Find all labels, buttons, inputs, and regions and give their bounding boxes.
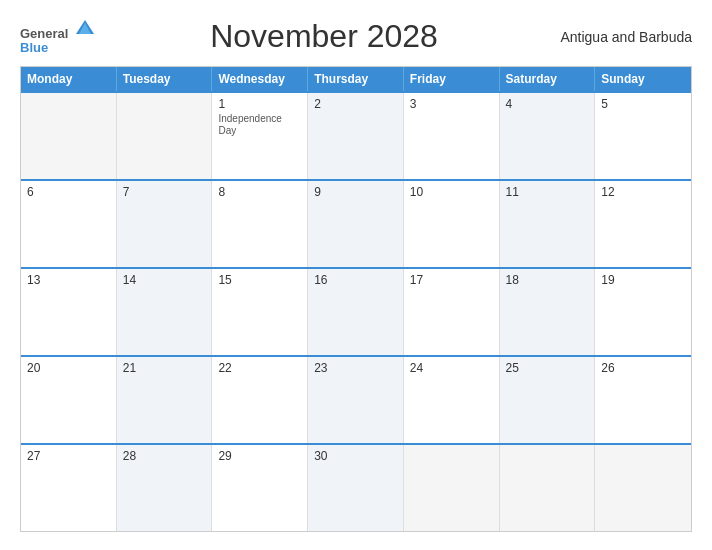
- header-sunday: Sunday: [595, 67, 691, 91]
- logo-area: General Blue: [20, 18, 96, 56]
- logo-icon: [74, 18, 96, 38]
- cal-cell-w1-d2: [117, 93, 213, 179]
- header-saturday: Saturday: [500, 67, 596, 91]
- day-number: 10: [410, 185, 493, 199]
- day-number: 22: [218, 361, 301, 375]
- cal-cell-w3-d6: 18: [500, 269, 596, 355]
- day-number: 26: [601, 361, 685, 375]
- cal-cell-w5-d6: [500, 445, 596, 531]
- cal-cell-w2-d6: 11: [500, 181, 596, 267]
- country-name: Antigua and Barbuda: [552, 29, 692, 45]
- week-1: 1Independence Day2345: [21, 91, 691, 179]
- cal-cell-w1-d3: 1Independence Day: [212, 93, 308, 179]
- day-number: 29: [218, 449, 301, 463]
- cal-cell-w4-d3: 22: [212, 357, 308, 443]
- week-4: 20212223242526: [21, 355, 691, 443]
- cal-cell-w3-d1: 13: [21, 269, 117, 355]
- day-number: 27: [27, 449, 110, 463]
- day-number: 1: [218, 97, 301, 111]
- day-number: 12: [601, 185, 685, 199]
- header-tuesday: Tuesday: [117, 67, 213, 91]
- day-number: 3: [410, 97, 493, 111]
- day-number: 11: [506, 185, 589, 199]
- week-5: 27282930: [21, 443, 691, 531]
- day-number: 30: [314, 449, 397, 463]
- cal-cell-w1-d6: 4: [500, 93, 596, 179]
- cal-cell-w4-d2: 21: [117, 357, 213, 443]
- cal-cell-w4-d7: 26: [595, 357, 691, 443]
- cal-cell-w3-d3: 15: [212, 269, 308, 355]
- day-number: 8: [218, 185, 301, 199]
- month-title: November 2028: [96, 18, 552, 55]
- cal-cell-w3-d2: 14: [117, 269, 213, 355]
- cal-cell-w2-d2: 7: [117, 181, 213, 267]
- logo-general: General: [20, 18, 96, 41]
- cal-cell-w3-d4: 16: [308, 269, 404, 355]
- day-number: 21: [123, 361, 206, 375]
- calendar: Monday Tuesday Wednesday Thursday Friday…: [20, 66, 692, 532]
- cal-cell-w4-d6: 25: [500, 357, 596, 443]
- day-number: 4: [506, 97, 589, 111]
- header-thursday: Thursday: [308, 67, 404, 91]
- day-number: 23: [314, 361, 397, 375]
- cal-cell-w2-d3: 8: [212, 181, 308, 267]
- cal-cell-w5-d5: [404, 445, 500, 531]
- header-wednesday: Wednesday: [212, 67, 308, 91]
- calendar-header-row: Monday Tuesday Wednesday Thursday Friday…: [21, 67, 691, 91]
- day-number: 18: [506, 273, 589, 287]
- cal-cell-w4-d1: 20: [21, 357, 117, 443]
- header-friday: Friday: [404, 67, 500, 91]
- cal-cell-w2-d1: 6: [21, 181, 117, 267]
- cal-cell-w1-d1: [21, 93, 117, 179]
- day-number: 28: [123, 449, 206, 463]
- day-number: 2: [314, 97, 397, 111]
- day-number: 16: [314, 273, 397, 287]
- calendar-header: General Blue November 2028 Antigua and B…: [20, 18, 692, 56]
- day-number: 17: [410, 273, 493, 287]
- logo-blue: Blue: [20, 41, 48, 55]
- cal-cell-w1-d4: 2: [308, 93, 404, 179]
- week-3: 13141516171819: [21, 267, 691, 355]
- cal-cell-w5-d2: 28: [117, 445, 213, 531]
- day-number: 7: [123, 185, 206, 199]
- cal-cell-w5-d1: 27: [21, 445, 117, 531]
- cal-cell-w3-d7: 19: [595, 269, 691, 355]
- page: General Blue November 2028 Antigua and B…: [0, 0, 712, 550]
- day-number: 6: [27, 185, 110, 199]
- cal-cell-w4-d5: 24: [404, 357, 500, 443]
- day-number: 19: [601, 273, 685, 287]
- cal-cell-w2-d7: 12: [595, 181, 691, 267]
- week-2: 6789101112: [21, 179, 691, 267]
- cal-cell-w1-d5: 3: [404, 93, 500, 179]
- day-number: 5: [601, 97, 685, 111]
- day-number: 20: [27, 361, 110, 375]
- holiday-label: Independence Day: [218, 113, 301, 137]
- cal-cell-w2-d4: 9: [308, 181, 404, 267]
- header-monday: Monday: [21, 67, 117, 91]
- day-number: 9: [314, 185, 397, 199]
- cal-cell-w1-d7: 5: [595, 93, 691, 179]
- day-number: 25: [506, 361, 589, 375]
- cal-cell-w3-d5: 17: [404, 269, 500, 355]
- cal-cell-w5-d7: [595, 445, 691, 531]
- day-number: 13: [27, 273, 110, 287]
- day-number: 14: [123, 273, 206, 287]
- cal-cell-w4-d4: 23: [308, 357, 404, 443]
- cal-cell-w5-d4: 30: [308, 445, 404, 531]
- calendar-body: 1Independence Day23456789101112131415161…: [21, 91, 691, 531]
- cal-cell-w2-d5: 10: [404, 181, 500, 267]
- day-number: 15: [218, 273, 301, 287]
- cal-cell-w5-d3: 29: [212, 445, 308, 531]
- day-number: 24: [410, 361, 493, 375]
